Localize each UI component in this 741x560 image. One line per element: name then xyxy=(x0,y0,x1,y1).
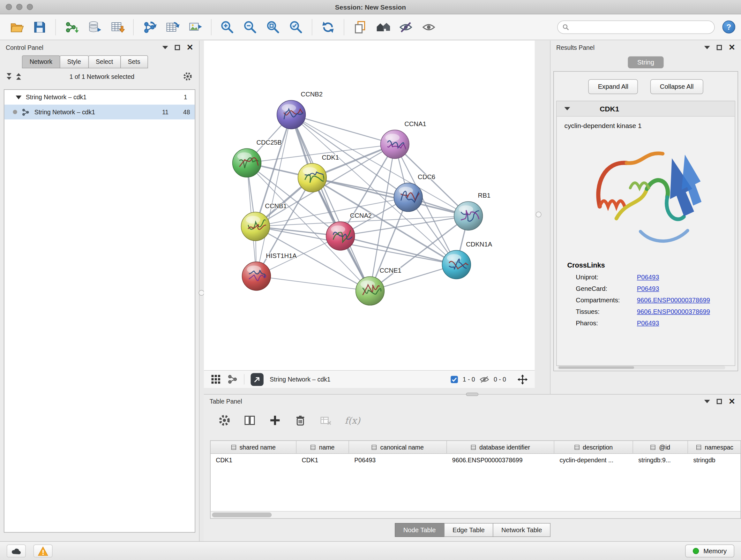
hide-selected-button[interactable] xyxy=(395,17,417,38)
column-header[interactable]: canonical name xyxy=(349,441,447,453)
float-panel-icon[interactable] xyxy=(175,45,180,50)
tab-network[interactable]: Network xyxy=(22,56,60,68)
show-columns-icon[interactable] xyxy=(244,414,256,427)
network-collection-row[interactable]: String Network – cdk1 1 xyxy=(4,90,195,105)
splitter-handle[interactable] xyxy=(199,290,204,296)
minimize-window-icon[interactable] xyxy=(16,4,22,10)
tab-node-table[interactable]: Node Table xyxy=(395,523,445,537)
scrollbar-thumb[interactable] xyxy=(212,512,272,517)
new-network-button[interactable] xyxy=(138,17,160,38)
column-icon xyxy=(471,444,476,449)
memory-button[interactable]: Memory xyxy=(685,545,734,557)
show-all-button[interactable] xyxy=(418,17,440,38)
tab-sets[interactable]: Sets xyxy=(120,56,148,68)
save-session-button[interactable] xyxy=(29,17,51,38)
close-panel-icon[interactable]: ✕ xyxy=(187,43,193,51)
zoom-fit-button[interactable] xyxy=(262,17,284,38)
hidden-eye-slash-icon[interactable] xyxy=(479,375,489,383)
table-row[interactable]: CDK1 CDK1 P06493 9606.ENSP00000378699 cy… xyxy=(211,454,741,466)
crosslink-link[interactable]: 9606.ENSP00000378699 xyxy=(637,296,710,303)
tab-edge-table[interactable]: Edge Table xyxy=(444,523,493,537)
horizontal-splitter-handle[interactable] xyxy=(466,393,478,396)
pan-move-icon[interactable] xyxy=(517,374,528,385)
gene-section-header[interactable]: CDK1 xyxy=(556,101,735,117)
collapse-all-button[interactable]: Collapse All xyxy=(650,79,703,94)
export-image-button[interactable] xyxy=(185,17,206,38)
gear-icon[interactable] xyxy=(183,71,192,81)
search-icon xyxy=(562,23,569,30)
crosslink-link[interactable]: P06493 xyxy=(637,273,659,281)
import-table-file-button[interactable] xyxy=(107,17,129,38)
splitter-handle[interactable] xyxy=(536,212,542,217)
zoom-out-button[interactable] xyxy=(239,17,261,38)
results-horizontal-scrollbar[interactable] xyxy=(557,366,725,369)
control-panel-header: Control Panel ✕ xyxy=(0,41,199,54)
column-header[interactable]: name xyxy=(296,441,349,453)
scrollbar-thumb[interactable] xyxy=(558,367,634,369)
selected-checkbox-icon[interactable] xyxy=(450,375,458,383)
panel-menu-icon[interactable] xyxy=(704,400,710,403)
open-session-button[interactable] xyxy=(6,17,28,38)
add-column-plus-icon[interactable] xyxy=(269,414,281,427)
network-overview-icon[interactable] xyxy=(227,374,238,384)
network-row[interactable]: String Network – cdk1 11 48 xyxy=(4,105,195,119)
warnings-button[interactable] xyxy=(33,545,53,557)
eye-slash-icon xyxy=(399,20,413,34)
results-panel-title: Results Panel xyxy=(556,44,704,51)
open-in-browser-button[interactable] xyxy=(251,373,263,386)
zoom-in-button[interactable] xyxy=(216,17,239,38)
cell-canonical-name: P06493 xyxy=(349,456,447,463)
new-table-button[interactable] xyxy=(161,17,184,38)
import-network-database-button[interactable] xyxy=(84,17,106,38)
close-panel-icon[interactable]: ✕ xyxy=(729,397,735,405)
crosslink-label: Tissues: xyxy=(576,308,637,315)
tab-network-table[interactable]: Network Table xyxy=(493,523,550,537)
tab-string[interactable]: String xyxy=(628,57,664,68)
float-panel-icon[interactable] xyxy=(717,45,722,50)
apply-layout-button[interactable] xyxy=(317,17,339,38)
collapse-collection-icon[interactable] xyxy=(16,95,21,99)
float-panel-icon[interactable] xyxy=(717,399,722,404)
birds-eye-view-icon[interactable] xyxy=(211,374,221,384)
import-network-file-button[interactable] xyxy=(61,17,83,38)
crosslink-link[interactable]: 9606.ENSP00000378699 xyxy=(637,308,710,315)
column-header[interactable]: database identifier xyxy=(447,441,554,453)
expand-all-networks-icon[interactable] xyxy=(7,73,11,80)
panel-menu-icon[interactable] xyxy=(162,46,168,49)
crosslink-link[interactable]: P06493 xyxy=(637,319,659,326)
search-input[interactable] xyxy=(572,23,710,30)
help-button[interactable]: ? xyxy=(723,20,735,33)
close-panel-icon[interactable]: ✕ xyxy=(729,43,735,51)
left-splitter[interactable] xyxy=(199,41,204,541)
search-box[interactable] xyxy=(557,20,715,34)
title-bar: Session: New Session xyxy=(0,0,741,14)
crosslink-label: GeneCard: xyxy=(576,285,637,292)
current-network-indicator xyxy=(13,110,17,114)
column-header[interactable]: description xyxy=(554,441,633,453)
network-canvas[interactable]: CCNB2CCNA1CDC25BCDK1CDC6RB1CCNB1CCNA2CDK… xyxy=(204,41,535,370)
zoom-window-icon[interactable] xyxy=(27,4,33,10)
table-settings-gear-icon[interactable] xyxy=(218,414,231,427)
copy-button[interactable] xyxy=(349,17,371,38)
expand-all-button[interactable]: Expand All xyxy=(589,79,638,94)
crosslink-row: GeneCard: P06493 xyxy=(556,283,735,294)
close-window-icon[interactable] xyxy=(6,4,12,10)
table-horizontal-scrollbar[interactable] xyxy=(211,511,741,518)
collapse-all-networks-icon[interactable] xyxy=(16,73,21,80)
column-header[interactable]: namespac xyxy=(688,441,741,453)
zoom-selected-button[interactable] xyxy=(285,17,307,38)
right-splitter[interactable] xyxy=(535,41,550,394)
cloud-status-button[interactable] xyxy=(7,545,26,557)
collapse-gene-icon[interactable] xyxy=(564,107,570,110)
zoom-in-icon xyxy=(220,20,234,34)
home-overview-button[interactable] xyxy=(372,17,394,38)
column-header[interactable]: shared name xyxy=(211,441,296,453)
tab-style[interactable]: Style xyxy=(60,56,89,68)
panel-menu-icon[interactable] xyxy=(704,46,710,49)
tab-select[interactable]: Select xyxy=(88,56,121,68)
delete-column-trash-icon[interactable] xyxy=(294,414,307,427)
crosslink-link[interactable]: P06493 xyxy=(637,285,659,292)
main-toolbar: ? xyxy=(0,14,741,40)
column-label: canonical name xyxy=(381,443,424,450)
column-header[interactable]: @id xyxy=(633,441,688,453)
